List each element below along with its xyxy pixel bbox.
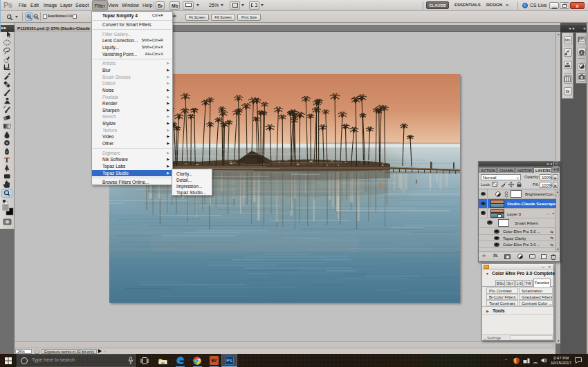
svg-text:T: T bbox=[4, 156, 10, 164]
